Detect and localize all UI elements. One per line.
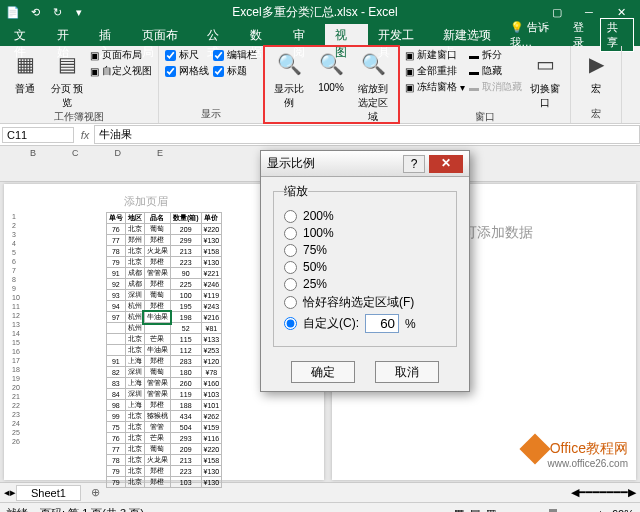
new-window-button[interactable]: ▣ 新建窗口	[405, 48, 465, 62]
zoom-opt-25[interactable]: 25%	[284, 277, 446, 291]
sheet-tab[interactable]: Sheet1	[16, 485, 81, 501]
row-numbers: 1234567891011121314151617181920212223242…	[12, 212, 20, 446]
zoom-custom-input[interactable]	[365, 314, 399, 333]
tab-dev[interactable]: 开发工具	[368, 24, 433, 46]
tab-layout[interactable]: 页面布局	[132, 24, 197, 46]
table-row[interactable]: 79北京郑橙103¥130	[106, 477, 221, 488]
normal-view-button[interactable]: ▦普通	[6, 48, 44, 96]
qat-save-icon[interactable]: 📄	[4, 3, 22, 21]
split-button[interactable]: ▬ 拆分	[469, 48, 522, 62]
table-row[interactable]: 杭州52¥81	[106, 323, 221, 334]
fx-icon[interactable]: fx	[76, 129, 94, 141]
table-row[interactable]: 91成都管管果90¥221	[106, 268, 221, 279]
table-header: 地区	[125, 213, 144, 224]
table-row[interactable]: 91上海郑橙283¥120	[106, 356, 221, 367]
table-row[interactable]: 84深圳管管果119¥103	[106, 389, 221, 400]
view-break-icon[interactable]: ▥	[486, 507, 496, 512]
zoom-in-icon[interactable]: ＋	[595, 506, 606, 512]
zoom-opt-200[interactable]: 200%	[284, 209, 446, 223]
zoom-opt-75[interactable]: 75%	[284, 243, 446, 257]
group-label: 工作簿视图	[6, 110, 152, 124]
page-layout-button[interactable]: ▣ 页面布局	[90, 48, 152, 62]
zoom-opt-custom[interactable]: 自定义(C): %	[284, 314, 446, 333]
custom-views-button[interactable]: ▣ 自定义视图	[90, 64, 152, 78]
qat-more-icon[interactable]: ▾	[70, 3, 88, 21]
zoom-out-icon[interactable]: －	[502, 506, 513, 512]
zoom-button[interactable]: 🔍显示比例	[270, 48, 308, 110]
table-row[interactable]: 78北京火龙果213¥158	[106, 246, 221, 257]
formula-bar-checkbox[interactable]: 编辑栏	[213, 48, 257, 62]
zoom-to-selection-button[interactable]: 🔍缩放到 选定区域	[354, 48, 392, 124]
table-row[interactable]: 76北京芒果293¥116	[106, 433, 221, 444]
view-layout-icon[interactable]: ▤	[470, 507, 480, 512]
table-row[interactable]: 94杭州郑橙195¥243	[106, 301, 221, 312]
cancel-button[interactable]: 取消	[375, 361, 439, 383]
hscroll[interactable]: ◀━━━━━━━▶	[571, 486, 636, 499]
hide-button[interactable]: ▬ 隐藏	[469, 64, 522, 78]
table-row[interactable]: 78北京火龙果213¥158	[106, 455, 221, 466]
freeze-panes-button[interactable]: ▣ 冻结窗格 ▾	[405, 80, 465, 94]
table-row[interactable]: 76北京葡萄209¥220	[106, 224, 221, 235]
tab-home[interactable]: 开始	[47, 24, 90, 46]
table-row[interactable]: 75北京管管504¥159	[106, 422, 221, 433]
unhide-button[interactable]: ▬ 取消隐藏	[469, 80, 522, 94]
group-label: 显示	[165, 107, 257, 121]
table-header: 数量(箱)	[170, 213, 201, 224]
ok-button[interactable]: 确定	[291, 361, 355, 383]
tab-new[interactable]: 新建选项卡	[433, 24, 510, 46]
table-row[interactable]: 92成都郑橙225¥246	[106, 279, 221, 290]
switch-windows-button[interactable]: ▭切换窗口	[526, 48, 564, 110]
headings-checkbox[interactable]: 标题	[213, 64, 257, 78]
formula-input[interactable]: 牛油果	[94, 125, 640, 144]
table-row[interactable]: 98上海郑橙188¥101	[106, 400, 221, 411]
col-header[interactable]: D	[115, 148, 122, 158]
ruler-checkbox[interactable]: 标尺	[165, 48, 209, 62]
table-row[interactable]: 83上海管管果260¥160	[106, 378, 221, 389]
tab-file[interactable]: 文件	[4, 24, 47, 46]
add-header-placeholder[interactable]: 添加页眉	[124, 194, 168, 209]
table-row[interactable]: 77北京葡萄209¥220	[106, 444, 221, 455]
table-row[interactable]: 93深圳葡萄100¥119	[106, 290, 221, 301]
table-row[interactable]: 北京芒果115¥133	[106, 334, 221, 345]
office-logo-icon	[519, 433, 550, 464]
table-row[interactable]: 79北京郑橙223¥130	[106, 466, 221, 477]
macros-button[interactable]: ▶宏	[577, 48, 615, 96]
ribbon-options-icon[interactable]: ▢	[542, 2, 572, 22]
pagebreak-view-button[interactable]: ▤分页 预览	[48, 48, 86, 110]
tab-data[interactable]: 数据	[240, 24, 283, 46]
watermark: Office教程网 www.office26.com	[524, 438, 628, 460]
group-label: 窗口	[405, 110, 564, 124]
group-zoom: 🔍显示比例 🔍100% 🔍缩放到 选定区域 显示比例	[264, 46, 399, 123]
table-row[interactable]: 99北京猕猴桃434¥262	[106, 411, 221, 422]
arrange-all-button[interactable]: ▣ 全部重排	[405, 64, 465, 78]
col-header[interactable]: C	[72, 148, 79, 158]
tab-review[interactable]: 审阅	[283, 24, 326, 46]
group-workbook-views: ▦普通 ▤分页 预览 ▣ 页面布局 ▣ 自定义视图 工作簿视图	[0, 46, 159, 123]
view-normal-icon[interactable]: ▦	[454, 507, 464, 512]
qat-redo-icon[interactable]: ↻	[48, 3, 66, 21]
zoom-level[interactable]: 60%	[612, 508, 634, 513]
name-box[interactable]: C11	[2, 127, 74, 143]
zoom-100-button[interactable]: 🔍100%	[312, 48, 350, 93]
zoom-opt-fit[interactable]: 恰好容纳选定区域(F)	[284, 294, 446, 311]
table-row[interactable]: 82深圳葡萄180¥78	[106, 367, 221, 378]
dialog-close-button[interactable]: ✕	[429, 155, 463, 173]
tab-insert[interactable]: 插入	[89, 24, 132, 46]
data-table[interactable]: 单号地区品名数量(箱)单价76北京葡萄209¥22077郑州郑橙299¥1307…	[106, 212, 222, 488]
table-row[interactable]: 79北京郑橙223¥130	[106, 257, 221, 268]
tab-view[interactable]: 视图	[325, 24, 368, 46]
table-header: 品名	[144, 213, 170, 224]
dialog-help-button[interactable]: ?	[403, 155, 425, 173]
col-header[interactable]: B	[30, 148, 36, 158]
window-title: Excel多重分类汇总.xlsx - Excel	[88, 4, 542, 21]
zoom-opt-100[interactable]: 100%	[284, 226, 446, 240]
zoom-opt-50[interactable]: 50%	[284, 260, 446, 274]
table-row[interactable]: 77郑州郑橙299¥130	[106, 235, 221, 246]
tab-formulas[interactable]: 公式	[197, 24, 240, 46]
col-header[interactable]: E	[157, 148, 163, 158]
gridlines-checkbox[interactable]: 网格线	[165, 64, 209, 78]
table-header: 单号	[106, 213, 125, 224]
table-row[interactable]: 北京牛油果112¥253	[106, 345, 221, 356]
table-row[interactable]: 97杭州牛油果198¥216	[106, 312, 221, 323]
qat-undo-icon[interactable]: ⟲	[26, 3, 44, 21]
